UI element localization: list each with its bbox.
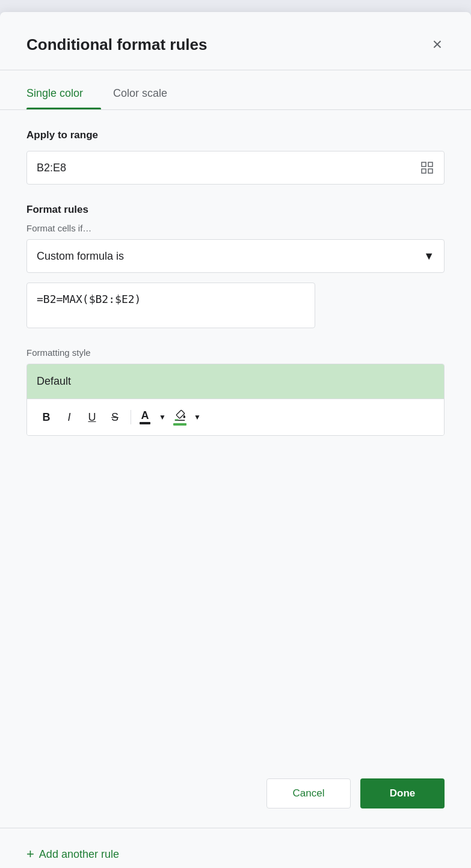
format-cells-if-label: Format cells if… bbox=[26, 223, 445, 233]
done-button[interactable]: Done bbox=[360, 778, 445, 808]
conditional-format-dialog: Conditional format rules × Single color … bbox=[0, 12, 471, 868]
dialog-header: Conditional format rules × bbox=[0, 12, 471, 70]
text-color-dropdown-button[interactable]: ▼ bbox=[156, 408, 168, 427]
format-rules-label: Format rules bbox=[26, 204, 445, 216]
tab-single-color[interactable]: Single color bbox=[26, 75, 101, 109]
fill-color-dropdown-button[interactable]: ▼ bbox=[191, 408, 203, 427]
svg-rect-1 bbox=[428, 162, 433, 167]
apply-to-range-label: Apply to range bbox=[26, 129, 445, 141]
close-button[interactable]: × bbox=[430, 34, 445, 55]
style-preview-box: Default B I U S A ▼ bbox=[26, 364, 445, 436]
italic-button[interactable]: I bbox=[60, 408, 79, 427]
svg-rect-0 bbox=[422, 162, 426, 167]
fill-color-bar bbox=[173, 423, 186, 426]
style-toolbar: B I U S A ▼ bbox=[27, 399, 444, 435]
strikethrough-button[interactable]: S bbox=[105, 408, 125, 427]
text-color-button[interactable]: A bbox=[137, 409, 153, 426]
paint-bucket-icon bbox=[173, 409, 186, 426]
cancel-button[interactable]: Cancel bbox=[266, 778, 351, 808]
svg-rect-5 bbox=[175, 419, 179, 420]
svg-rect-2 bbox=[422, 169, 426, 173]
text-color-letter: A bbox=[141, 410, 149, 421]
add-rule-section: + Add another rule bbox=[0, 828, 471, 868]
svg-rect-3 bbox=[428, 169, 433, 173]
add-rule-plus-icon: + bbox=[26, 848, 34, 861]
condition-select-wrapper: Custom formula is Is empty Is not empty … bbox=[26, 239, 445, 273]
toolbar-divider bbox=[131, 410, 131, 424]
formatting-style-label: Formatting style bbox=[26, 347, 445, 358]
range-input[interactable] bbox=[37, 162, 420, 174]
tab-color-scale[interactable]: Color scale bbox=[113, 75, 185, 109]
action-buttons: Cancel Done bbox=[0, 769, 471, 828]
fill-color-button[interactable] bbox=[172, 408, 188, 427]
add-rule-label: Add another rule bbox=[39, 848, 119, 861]
grid-select-icon[interactable] bbox=[420, 160, 434, 175]
dialog-title: Conditional format rules bbox=[26, 35, 207, 54]
bold-button[interactable]: B bbox=[37, 408, 56, 427]
underline-button[interactable]: U bbox=[82, 408, 102, 427]
tabs-container: Single color Color scale bbox=[0, 75, 471, 109]
style-preview-text: Default bbox=[27, 364, 444, 399]
condition-select[interactable]: Custom formula is Is empty Is not empty … bbox=[27, 240, 444, 272]
formula-input[interactable]: =B2=MAX($B2:$E2) bbox=[26, 283, 315, 328]
content-area: Apply to range Format rules Format cells… bbox=[0, 110, 471, 769]
header-divider bbox=[0, 70, 471, 70]
range-input-wrapper bbox=[26, 151, 445, 185]
text-color-bar bbox=[140, 422, 150, 424]
add-another-rule-button[interactable]: + Add another rule bbox=[26, 848, 119, 861]
